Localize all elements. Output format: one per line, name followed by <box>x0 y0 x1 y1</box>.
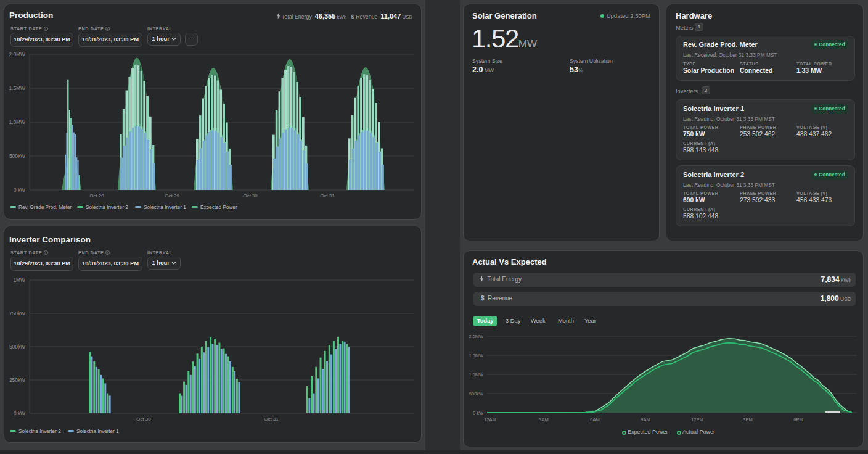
svg-text:Oct 29: Oct 29 <box>165 193 179 199</box>
svg-text:6AM: 6AM <box>590 417 600 423</box>
svg-text:500kW: 500kW <box>469 391 483 397</box>
svg-text:250kW: 250kW <box>9 377 25 383</box>
svg-text:6PM: 6PM <box>793 417 803 423</box>
svg-text:1.5MW: 1.5MW <box>9 85 25 91</box>
svg-text:3PM: 3PM <box>743 417 753 423</box>
svg-text:2.0MW: 2.0MW <box>9 51 25 57</box>
svg-text:0 kW: 0 kW <box>14 187 25 193</box>
svg-text:1.5MW: 1.5MW <box>469 353 483 358</box>
svg-text:12PM: 12PM <box>691 417 703 423</box>
svg-text:Oct 30: Oct 30 <box>243 193 258 199</box>
svg-text:2.0MW: 2.0MW <box>469 334 483 339</box>
svg-text:0 kW: 0 kW <box>14 410 25 416</box>
svg-text:Oct 31: Oct 31 <box>264 416 279 422</box>
svg-text:Oct 30: Oct 30 <box>136 416 151 422</box>
svg-text:Oct 28: Oct 28 <box>89 193 104 199</box>
svg-text:9AM: 9AM <box>641 417 650 423</box>
svg-text:1.0MW: 1.0MW <box>469 372 483 378</box>
svg-text:500kW: 500kW <box>9 153 25 159</box>
svg-text:Oct 31: Oct 31 <box>320 193 335 199</box>
svg-text:12AM: 12AM <box>484 417 496 423</box>
svg-text:1MW: 1MW <box>13 277 25 283</box>
svg-text:500kW: 500kW <box>9 344 25 350</box>
svg-text:0 kW: 0 kW <box>473 410 483 416</box>
svg-text:1.0MW: 1.0MW <box>9 119 25 125</box>
svg-text:3AM: 3AM <box>539 417 549 423</box>
svg-text:750kW: 750kW <box>9 310 25 316</box>
